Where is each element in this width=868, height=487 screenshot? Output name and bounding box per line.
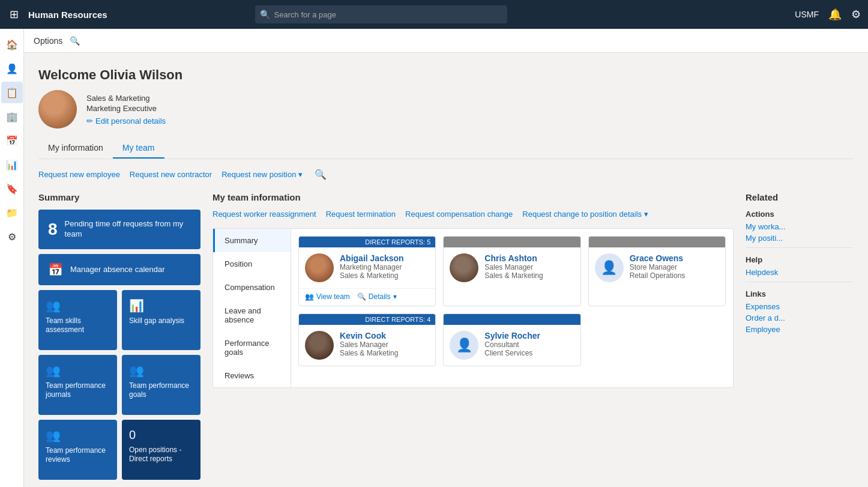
pending-text: Pending time off requests from my team [65, 219, 191, 240]
team-card-footer-abigail: 👥 View team 🔍 Details ▾ [299, 288, 435, 306]
summary-panel: Summary 8 Pending time off requests from… [38, 192, 200, 485]
action-bar: Request new employee Request new contrac… [38, 169, 854, 180]
request-compensation-link[interactable]: Request compensation change [405, 210, 513, 219]
main-content: Welcome Olivia Wilson Sales & Marketing … [24, 53, 868, 487]
open-positions-number: 0 [129, 428, 136, 442]
avatar-sylvie-placeholder: 👤 [450, 331, 478, 360]
action-bar-search-icon[interactable]: 🔍 [315, 169, 327, 180]
nav-reviews[interactable]: Reviews [213, 364, 291, 387]
employee-link[interactable]: Employee [746, 325, 854, 334]
team-perf-goals-tile[interactable]: 👥 Team performance goals [122, 355, 200, 415]
app-title: Human Resources [28, 10, 107, 20]
avatar [38, 90, 77, 129]
sidebar-item-settings[interactable]: ⚙ [1, 226, 23, 247]
sidebar-item-bookmark[interactable]: 🔖 [1, 178, 23, 199]
options-label: Options [34, 36, 62, 46]
team-card-sylvie[interactable]: 👤 Sylvie Rocher Consultant Client Servic… [443, 313, 580, 366]
team-skills-label: Team skills assessment [46, 316, 110, 335]
perf-goals-icon: 👥 [129, 363, 144, 378]
avatar-grace-placeholder: 👤 [595, 253, 624, 282]
welcome-title: Welcome Olivia Wilson [38, 67, 854, 83]
team-card-body-kevin: Kevin Cook Sales Manager Sales & Marketi… [299, 325, 435, 366]
pending-requests-card[interactable]: 8 Pending time off requests from my team [38, 210, 200, 249]
sidebar-item-myteam[interactable]: 📋 [1, 82, 23, 103]
nav-performance-goals[interactable]: Performance goals [213, 331, 291, 364]
team-card-header-chris [444, 237, 580, 247]
team-actions: Request worker reassignment Request term… [212, 210, 734, 219]
nav-position[interactable]: Position [213, 252, 291, 276]
skill-gap-icon: 📊 [129, 298, 144, 313]
team-card-grace[interactable]: 👤 Grace Owens Store Manager Retail Opera… [588, 236, 726, 306]
grid-icon[interactable]: ⊞ [7, 5, 21, 23]
view-team-abigail[interactable]: 👥 View team [305, 292, 350, 301]
settings-icon[interactable]: ⚙ [851, 8, 861, 21]
team-perf-reviews-tile[interactable]: 👥 Team performance reviews [38, 420, 117, 480]
options-search-icon[interactable]: 🔍 [70, 36, 80, 46]
card-name-sylvie: Sylvie Rocher [484, 331, 540, 340]
sidebar-item-reports[interactable]: 📊 [1, 154, 23, 175]
my-worka-link[interactable]: My worka... [746, 222, 854, 231]
order-link[interactable]: Order a d... [746, 313, 854, 322]
manager-absence-card[interactable]: 📅 Manager absence calendar [38, 254, 200, 285]
team-card-kevin[interactable]: DIRECT REPORTS: 4 Kevin Cook Sales Manag… [298, 313, 436, 366]
sidebar-item-org[interactable]: 🏢 [1, 106, 23, 127]
my-positi-link[interactable]: My positi... [746, 234, 854, 243]
edit-personal-link[interactable]: ✏ Edit personal details [86, 116, 166, 126]
perf-goals-label: Team performance goals [129, 381, 193, 400]
summary-nav-left: Summary Position Compensation Leave and … [213, 229, 291, 387]
open-positions-tile[interactable]: 0 Open positions - Direct reports [122, 420, 200, 480]
nav-compensation[interactable]: Compensation [213, 276, 291, 299]
card-name-abigail: Abigail Jackson [340, 253, 404, 263]
team-card-chris[interactable]: Chris Ashton Sales Manager Sales & Marke… [443, 236, 580, 306]
sidebar: 🏠 👤 📋 🏢 📅 📊 🔖 📁 ⚙ [0, 29, 24, 487]
team-cards-grid: DIRECT REPORTS: 5 Abigail Jackson Market… [298, 236, 726, 366]
actions-section-title: Actions [746, 210, 854, 219]
dropdown-icon: ▾ [298, 170, 303, 179]
sidebar-item-folder[interactable]: 📁 [1, 202, 23, 223]
summary-tiles-grid: 👥 Team skills assessment 📊 Skill gap ana… [38, 290, 200, 480]
calendar-icon: 📅 [48, 262, 63, 277]
search-input[interactable] [255, 5, 507, 23]
nav-leave-absence[interactable]: Leave and absence [213, 299, 291, 331]
sidebar-item-person[interactable]: 👤 [1, 58, 23, 79]
perf-journals-label: Team performance journals [46, 381, 110, 400]
team-card-body-chris: Chris Ashton Sales Manager Sales & Marke… [444, 247, 580, 288]
request-position-link[interactable]: Request new position ▾ [222, 170, 303, 179]
team-card-body-grace: 👤 Grace Owens Store Manager Retail Opera… [589, 247, 725, 288]
manager-absence-label: Manager absence calendar [70, 265, 165, 274]
request-position-details-link[interactable]: Request change to position details ▾ [522, 210, 648, 219]
request-reassignment-link[interactable]: Request worker reassignment [212, 210, 316, 219]
team-skills-tile[interactable]: 👥 Team skills assessment [38, 290, 117, 350]
request-employee-link[interactable]: Request new employee [38, 170, 120, 179]
card-name-chris: Chris Ashton [484, 253, 543, 263]
card-role-sylvie: Consultant [484, 340, 540, 349]
details-abigail[interactable]: 🔍 Details ▾ [357, 292, 397, 301]
team-card-abigail[interactable]: DIRECT REPORTS: 5 Abigail Jackson Market… [298, 236, 436, 306]
avatar-kevin [305, 331, 334, 360]
request-contractor-link[interactable]: Request new contractor [130, 170, 212, 179]
search-icon: 🔍 [260, 10, 270, 19]
card-role-kevin: Sales Manager [340, 340, 398, 349]
sidebar-item-home[interactable]: 🏠 [1, 34, 23, 55]
right-divider-2 [746, 282, 854, 282]
pending-count: 8 [48, 220, 58, 239]
request-termination-link[interactable]: Request termination [326, 210, 396, 219]
sidebar-item-calendar[interactable]: 📅 [1, 130, 23, 151]
welcome-section: Welcome Olivia Wilson Sales & Marketing … [38, 67, 854, 129]
notifications-icon[interactable]: 🔔 [828, 8, 842, 21]
team-perf-journals-tile[interactable]: 👥 Team performance journals [38, 355, 117, 415]
card-name-grace: Grace Owens [630, 253, 686, 263]
tab-my-team[interactable]: My team [113, 138, 164, 159]
team-card-body-abigail: Abigail Jackson Marketing Manager Sales … [299, 247, 435, 288]
links-section-title: Links [746, 289, 854, 298]
tab-my-information[interactable]: My information [38, 138, 113, 159]
nav-summary[interactable]: Summary [213, 229, 291, 252]
right-panel: Related Actions My worka... My positi...… [746, 192, 854, 336]
skill-gap-tile[interactable]: 📊 Skill gap analysis [122, 290, 200, 350]
options-bar: Options 🔍 [24, 29, 868, 53]
expenses-link[interactable]: Expenses [746, 302, 854, 311]
user-info-row: Sales & Marketing Marketing Executive ✏ … [38, 90, 854, 129]
user-code: USMF [795, 10, 819, 19]
helpdesk-link[interactable]: Helpdesk [746, 268, 854, 277]
card-name-kevin: Kevin Cook [340, 331, 398, 340]
